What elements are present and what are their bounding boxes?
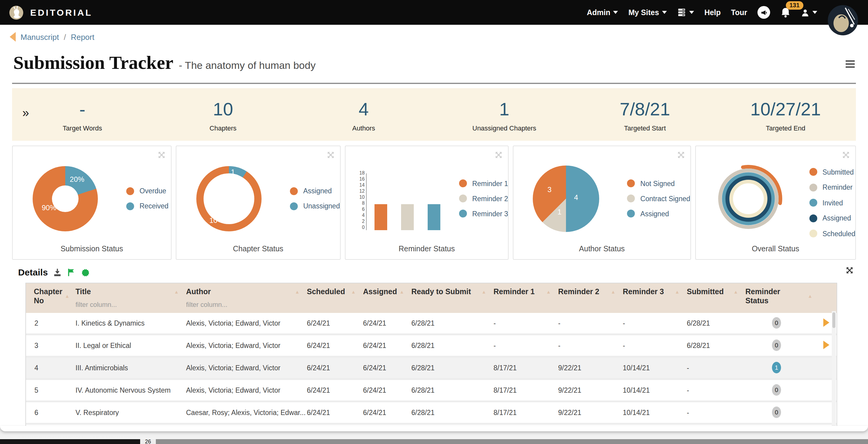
stat-targeted-start: 7/8/21 Targeted Start [575,97,715,132]
legend-item-received[interactable]: Received [126,202,171,210]
sort-icon[interactable]: ▲ [65,293,69,299]
reminder-count-badge: 0 [772,317,781,328]
scrollbar-thumb[interactable] [832,312,835,328]
cell-reminder_3: 10/14/21 [623,409,687,416]
breadcrumb-report[interactable]: Report [71,32,94,41]
legend-item-reminder-2[interactable]: Reminder 2 [459,194,508,202]
table-row-chapter-2[interactable]: 2I. Kinetics & DynamicsAlexis, Victoria;… [26,313,837,335]
breadcrumb-manuscript[interactable]: Manuscript [21,32,59,41]
legend-item-not-signed[interactable]: Not Signed [627,180,690,187]
filter-input-author[interactable] [186,300,289,308]
bottom-partial-text: 26 [140,439,156,444]
table-row-chapter-4[interactable]: 4III. AntimicrobialsAlexis, Victoria; Ed… [26,357,837,380]
legend-item-assigned[interactable]: Assigned [290,187,340,195]
column-header-ready-to-submit[interactable]: Ready to Submit▲ [411,287,494,296]
sort-icon[interactable]: ▲ [351,289,356,294]
legend-item-scheduled[interactable]: Scheduled [809,229,855,237]
notifications-button[interactable]: 131 [780,7,791,18]
editorial-dashboard: EDITORIAL Admin My Sites Help Tour [0,0,868,444]
download-icon[interactable] [53,268,62,276]
reminder-count-badge: 0 [772,384,781,396]
column-header-chapter-no[interactable]: Chapter No▲ [26,287,75,305]
column-header-title[interactable]: Title▲ [75,287,186,309]
nav-tour[interactable]: Tour [731,8,747,17]
legend-item-reminder-1[interactable]: Reminder 1 [459,180,508,187]
legend-item-assigned[interactable]: Assigned [627,210,690,218]
stat-targeted-end: 10/27/21 Targeted End [715,97,856,132]
table-scrollbar[interactable] [832,311,836,427]
expand-icon[interactable] [845,265,854,275]
column-header-top: Author▲ [186,287,307,296]
sort-icon[interactable]: ▲ [174,289,179,294]
legend-item-overdue[interactable]: Overdue [126,187,171,195]
cell-reminder_2: 9/22/21 [558,364,623,371]
sort-icon[interactable]: ▲ [611,289,616,294]
menu-hamburger-icon[interactable] [846,60,855,68]
column-header-submitted[interactable]: Submitted▲ [687,287,745,296]
sort-icon[interactable]: ▲ [733,289,738,294]
legend-item-reminder[interactable]: Reminder [809,183,855,191]
chart-card-submission-status: 20% 90% OverdueReceived Submission Statu… [12,145,172,259]
nav-sites-list[interactable] [677,8,694,17]
nav-my-sites[interactable]: My Sites [628,8,667,17]
sort-icon[interactable]: ▲ [400,289,404,294]
cell-reminder-status: 1 [745,362,820,373]
collapse-chevrons-icon[interactable]: » [22,106,29,120]
sort-icon[interactable]: ▲ [546,289,551,294]
legend-item-submitted[interactable]: Submitted [809,168,855,176]
cell-assigned: 6/24/21 [363,364,411,371]
table-row-chapter-5[interactable]: 5IV. Autonomic Nervous SystemAlexis, Vic… [26,380,837,402]
legend-label: Assigned [303,187,332,194]
editorial-logo-icon[interactable] [8,4,24,20]
back-arrow-icon[interactable] [10,32,16,42]
bar-reminder-2 [401,204,413,230]
column-header-reminder-2[interactable]: Reminder 2▲ [558,287,623,296]
column-header-scheduled[interactable]: Scheduled▲ [307,287,363,296]
y-tick-label: 16 [355,177,365,182]
nav-user[interactable] [801,8,817,17]
filter-input-title[interactable] [75,300,169,308]
expand-row-arrow-icon[interactable] [823,340,829,349]
column-header-assigned[interactable]: Assigned▲ [363,287,411,296]
table-row-chapter-6[interactable]: 6V. RespiratoryCaesar, Rosy; Alexis, Vic… [26,402,837,424]
column-label: Reminder 2 [558,287,599,296]
column-header-reminder-status[interactable]: Reminder Status▲ [745,287,820,305]
nav-admin[interactable]: Admin [587,8,618,17]
legend-item-unassigned[interactable]: Unassigned [290,202,340,210]
column-header-reminder-3[interactable]: Reminder 3▲ [623,287,687,296]
cell-title: V. Respiratory [75,409,186,416]
expand-row-arrow-icon[interactable] [823,318,829,326]
chapter-status-legend: AssignedUnassigned [273,153,340,244]
cell-scheduled: 6/24/21 [307,386,363,393]
sort-icon[interactable]: ▲ [482,289,486,294]
column-label: Reminder Status [745,287,805,305]
cell-scheduled: 6/24/21 [307,319,363,326]
sort-icon[interactable]: ▲ [675,289,680,294]
y-tick-label: 12 [355,189,365,194]
cell-reminder-status: 0 [745,317,820,328]
sort-icon[interactable]: ▲ [295,289,300,294]
cell-submitted: - [687,409,745,416]
legend-item-assigned[interactable]: Assigned [809,214,855,222]
chart-card-chapter-status: 1 10 AssignedUnassigned Chapter Status [176,145,340,259]
chart-title: Author Status [514,244,690,253]
y-tick-label: 18 [355,171,365,176]
legend-dot-icon [627,210,635,218]
bottom-strip-gray[interactable] [156,439,868,444]
nav-help[interactable]: Help [704,8,721,17]
author-status-pie: 4 1 3 [533,165,599,232]
burst-icon[interactable] [81,268,89,276]
legend-item-invited[interactable]: Invited [809,199,855,207]
table-row-chapter-3[interactable]: 3II. Legal or EthicalAlexis, Victoria; E… [26,335,837,357]
column-header-reminder-1[interactable]: Reminder 1▲ [494,287,558,296]
avatar[interactable] [828,5,858,36]
sort-icon[interactable]: ▲ [808,293,812,299]
legend-item-reminder-3[interactable]: Reminder 3 [459,210,508,218]
column-header-author[interactable]: Author▲ [186,287,307,309]
announcements-button[interactable] [757,6,770,19]
chart-title: Overall Status [695,244,855,253]
details-table: Chapter No▲Title▲Author▲Scheduled▲Assign… [25,282,837,429]
legend-item-contract-signed[interactable]: Contract Signed [627,194,690,202]
details-section: Details Chapter No▲Title▲Author▲Schedule… [12,267,853,429]
flag-icon[interactable] [67,268,75,276]
